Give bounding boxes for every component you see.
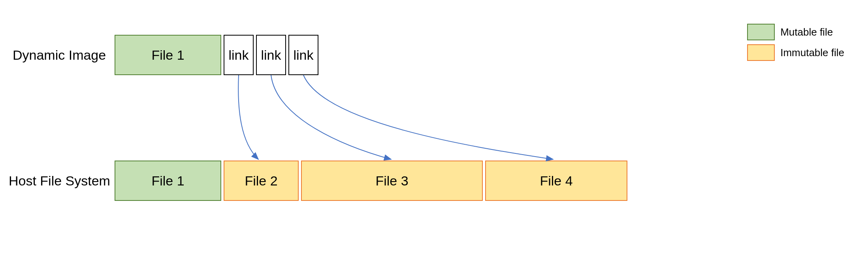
host-file3-box: File 3	[301, 161, 483, 201]
legend-text-immutable: Immutable file	[780, 47, 844, 59]
diagram-container: Dynamic Image Host File System File 1 li…	[0, 0, 868, 259]
legend-item-immutable: Immutable file	[747, 44, 844, 61]
host-file3-text: File 3	[375, 173, 408, 189]
link2-box: link	[256, 35, 286, 75]
dynamic-file1-box: File 1	[115, 35, 221, 75]
dynamic-image-label: Dynamic Image	[13, 47, 106, 63]
legend-text-mutable: Mutable file	[780, 26, 833, 38]
host-file4-text: File 4	[540, 173, 572, 189]
link3-box: link	[288, 35, 318, 75]
host-file1-text: File 1	[151, 173, 184, 189]
legend-item-mutable: Mutable file	[747, 24, 844, 40]
host-fs-label: Host File System	[9, 173, 110, 189]
link1-text: link	[228, 47, 249, 63]
link1-box: link	[224, 35, 254, 75]
legend-swatch-mutable	[747, 24, 775, 40]
link2-text: link	[261, 47, 281, 63]
legend-swatch-immutable	[747, 44, 775, 61]
legend: Mutable file Immutable file	[747, 24, 844, 61]
arrow-link1-file2	[238, 75, 258, 159]
host-file2-text: File 2	[245, 173, 277, 189]
host-file4-box: File 4	[485, 161, 627, 201]
link3-text: link	[293, 47, 313, 63]
arrow-link2-file3	[271, 75, 391, 159]
host-file1-box: File 1	[115, 161, 221, 201]
arrow-link3-file4	[303, 75, 553, 159]
host-file2-box: File 2	[224, 161, 299, 201]
dynamic-file1-text: File 1	[151, 47, 184, 63]
